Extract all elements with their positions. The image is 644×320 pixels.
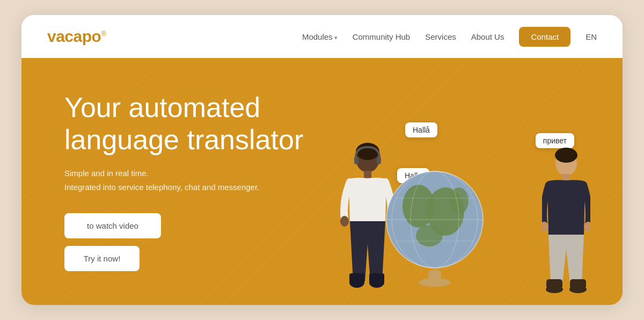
nav-community-hub[interactable]: Community Hub: [353, 32, 411, 41]
language-selector[interactable]: EN: [586, 32, 597, 41]
svg-rect-9: [349, 273, 364, 283]
logo-symbol: ®: [101, 30, 106, 38]
svg-point-17: [449, 187, 469, 214]
hero-section: Your automated language translator Simpl…: [21, 58, 623, 305]
try-now-button[interactable]: Try it now!: [64, 246, 140, 271]
main-nav: Modules Community Hub Services About Us …: [302, 27, 597, 47]
hero-content: Your automated language translator Simpl…: [64, 92, 303, 272]
hero-subtitle: Simple and in real time. Integrated into…: [64, 166, 303, 194]
hero-title: Your automated language translator: [64, 92, 303, 156]
svg-point-5: [340, 216, 349, 227]
svg-rect-2: [354, 157, 358, 164]
svg-point-31: [546, 286, 563, 293]
hero-subtitle-line1: Simple and in real time.: [64, 169, 149, 178]
person-right: [542, 142, 590, 300]
svg-point-33: [569, 286, 587, 293]
hero-illustration: Hallå привет Hallo ¡Hola: [322, 79, 590, 305]
logo[interactable]: vacapo®: [47, 27, 106, 46]
nav-modules[interactable]: Modules: [302, 32, 338, 41]
globe: [376, 158, 494, 289]
hero-title-line1: Your automated: [64, 92, 260, 123]
page-wrapper: vacapo® Modules Community Hub Services A…: [21, 15, 623, 305]
logo-text: vacapo: [47, 27, 101, 45]
header: vacapo® Modules Community Hub Services A…: [21, 15, 623, 58]
svg-point-16: [416, 225, 443, 246]
svg-point-12: [419, 278, 451, 287]
svg-point-26: [555, 148, 577, 163]
bubble-halla: Hallå: [405, 122, 437, 137]
hero-buttons: to watch video Try it now!: [64, 213, 303, 271]
hero-title-line2: language translator: [64, 124, 303, 155]
nav-services[interactable]: Services: [425, 32, 456, 41]
watch-video-button[interactable]: to watch video: [64, 213, 161, 238]
hero-subtitle-line2: Integrated into service telephony, chat …: [64, 183, 259, 192]
nav-about-us[interactable]: About Us: [471, 32, 504, 41]
svg-point-28: [542, 222, 548, 231]
contact-button[interactable]: Contact: [519, 27, 570, 47]
svg-point-29: [584, 222, 590, 231]
